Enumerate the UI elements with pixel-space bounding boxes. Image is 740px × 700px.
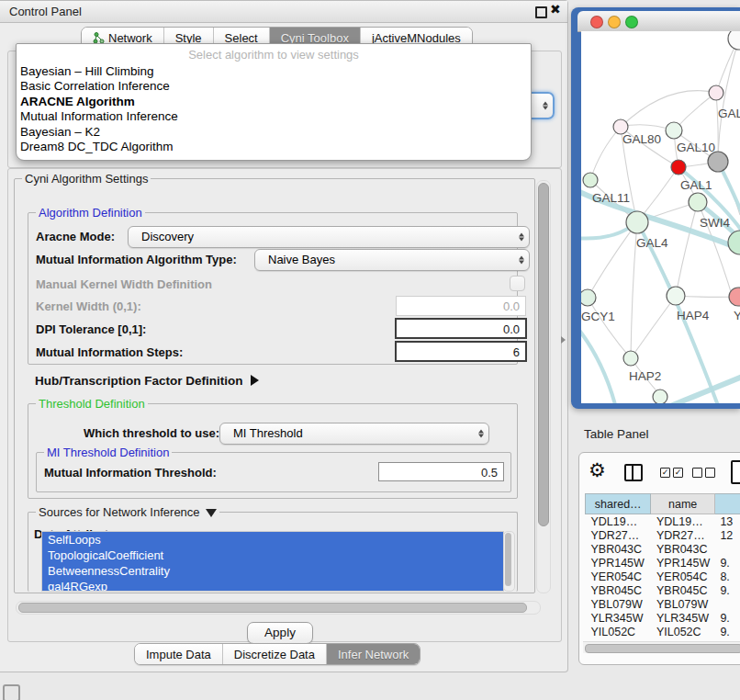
network-node[interactable] [583,173,598,187]
network-node[interactable] [653,390,667,403]
network-edge[interactable] [718,39,739,162]
network-canvas[interactable]: GALGAL80GAL10GAL1GAL11SWI4GAL4GCY1HAP4YH… [581,31,740,403]
kernel-width-field[interactable]: 0.0 [396,296,526,316]
table-cell [714,597,740,611]
network-node[interactable] [728,231,740,254]
network-node[interactable] [709,85,723,100]
mi-steps-field[interactable]: 6 [395,341,527,362]
attributes-list-scrollbar[interactable] [503,531,515,592]
table-cell: 9. [714,583,740,597]
algorithm-option[interactable]: Basic Correlation Inference [20,79,527,94]
table-horizontal-scrollbar[interactable] [583,641,740,653]
attribute-list-item[interactable]: TopologicalCoefficient [42,548,503,563]
cyni-settings-card: Cyni Algorithm Settings Algorithm Defini… [7,168,562,642]
split-columns-icon[interactable] [624,464,643,481]
network-edge[interactable] [631,296,676,358]
mi-type-combobox[interactable]: Naive Bayes [254,249,530,271]
close-traffic-light-icon[interactable] [590,16,603,28]
table-cell: YDL19… [586,514,651,529]
scrollbar-thumb[interactable] [18,603,527,613]
dock-corner-icon[interactable] [3,684,20,700]
float-window-icon[interactable] [535,6,547,18]
node-label-GAL4: GAL4 [636,236,668,250]
network-edge[interactable] [676,202,698,296]
algorithm-option[interactable]: Dream8 DC_TDC Algorithm [20,140,527,154]
minimize-traffic-light-icon[interactable] [608,16,621,28]
table-cell: 9. [714,625,740,638]
splitpane-collapse-icon[interactable] [561,336,566,344]
scrollbar-thumb[interactable] [585,644,740,653]
mi-type-value: Naive Bayes [268,253,335,266]
network-edge[interactable] [590,127,621,180]
network-node[interactable] [671,160,686,175]
data-attributes-list[interactable]: SelfLoopsTopologicalCoefficientBetweenne… [41,531,504,592]
which-threshold-combobox[interactable]: MI Threshold [219,423,489,445]
table-cell: 9. [714,556,740,570]
settings-horizontal-scrollbar[interactable] [16,601,541,615]
hub-definition-expander[interactable]: Hub/Transcription Factor Definition [35,374,259,388]
mi-threshold-group: MI Threshold Definition Mutual Informati… [36,452,511,492]
node-label-GCY1: GCY1 [581,310,615,323]
algorithm-option[interactable]: Bayesian – K2 [20,125,527,140]
close-panel-icon[interactable]: ✖ [550,2,561,17]
dpi-tolerance-field[interactable]: 0.0 [395,318,527,339]
network-edge[interactable] [621,91,716,127]
network-edge-highlighted[interactable] [581,323,616,403]
table-row[interactable]: YDR27…YDR27…12 [586,528,740,542]
aracne-mode-combobox[interactable]: Discovery [128,226,530,248]
table-row[interactable]: YBR043CYBR043C [586,542,740,556]
algorithm-combobox-fragment[interactable] [531,92,555,119]
tab-impute-data[interactable]: Impute Data [135,644,223,664]
tab-infer-network[interactable]: Infer Network [327,644,420,664]
table-cell: YBR043C [651,542,714,556]
network-edge-highlighted[interactable] [662,373,740,403]
attribute-list-item[interactable]: SelfLoops [42,532,503,548]
settings-vertical-scrollbar[interactable] [536,180,551,593]
manual-kernel-checkbox[interactable] [510,276,525,291]
node-label-GAL80: GAL80 [622,132,661,146]
network-node[interactable] [728,31,740,50]
manual-kernel-label: Manual Kernel Width Definition [36,277,212,291]
table-row[interactable]: YBL079WYBL079W [586,597,740,611]
network-node[interactable] [623,351,638,366]
combo-spinner-icon [519,256,524,265]
scrollbar-thumb[interactable] [505,533,511,586]
network-window-titlebar[interactable] [577,11,740,32]
column-header-name[interactable]: name [651,494,714,514]
algorithm-option[interactable]: Bayesian – Hill Climbing [20,64,527,79]
column-header-cut[interactable] [714,494,740,514]
network-node[interactable] [666,122,682,139]
node-table: shared…nameYDL19…YDL19…13YDR27…YDR27…12Y… [585,493,740,638]
attribute-list-item[interactable]: BetweennessCentrality [42,563,503,579]
network-node[interactable] [581,289,596,306]
network-node[interactable] [626,211,648,233]
mi-threshold-field[interactable]: 0.5 [378,462,504,481]
algorithm-option[interactable]: ARACNE Algorithm [20,95,527,109]
control-panel-titlebar[interactable]: Control Panel ✖ [0,1,567,23]
table-cell: YBL079W [651,597,714,611]
table-toolbar: ⚙ ✓✓ [579,453,740,491]
table-row[interactable]: YBR045CYBR045C9. [586,583,740,597]
table-row[interactable]: YIL052CYIL052C9. [586,625,740,638]
gear-icon[interactable]: ⚙ [589,459,606,481]
deselect-all-checkboxes-icon[interactable] [692,468,715,478]
column-header-shared…[interactable]: shared… [586,494,651,514]
mi-threshold-group-title: MI Threshold Definition [44,446,172,459]
which-threshold-value: MI Threshold [233,426,303,440]
apply-button[interactable]: Apply [247,622,313,644]
algorithm-option[interactable]: Mutual Information Inference [20,109,527,124]
attribute-list-item[interactable]: gal4RGexp [42,579,503,592]
table-row[interactable]: YPR145WYPR145W9. [586,556,740,570]
select-all-checkboxes-icon[interactable]: ✓✓ [660,468,683,478]
zoom-traffic-light-icon[interactable] [625,16,638,28]
table-row[interactable]: YER054CYER054C8. [586,570,740,583]
table-row[interactable]: YDL19…YDL19…13 [586,514,740,529]
new-table-icon[interactable] [731,460,740,484]
scrollbar-thumb[interactable] [538,183,549,526]
table-row[interactable]: YLR345WYLR345W9. [586,611,740,625]
network-node[interactable] [708,152,728,172]
tab-discretize-data[interactable]: Discretize Data [223,644,327,664]
network-node[interactable] [689,193,707,211]
network-node[interactable] [667,287,685,305]
table-cell: 8. [714,570,740,583]
